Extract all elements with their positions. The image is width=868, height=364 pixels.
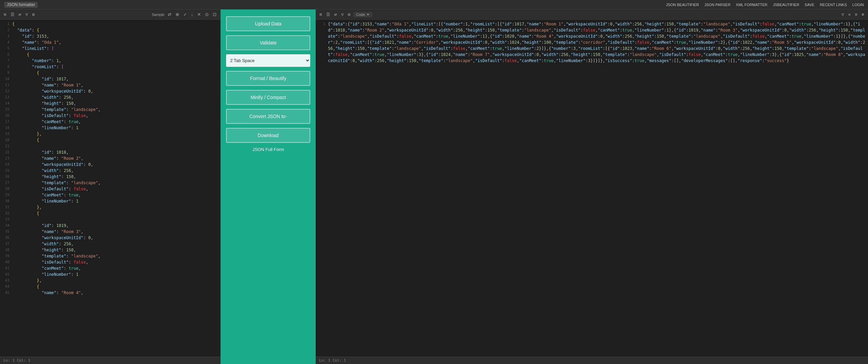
right-toolbar: ≡ ☰ ⇄ ▽ ⚙ Code ▽ ✕ ⊙ ⊕ <box>316 9 868 20</box>
middle-panel: Upload Data Validate 2 Tab Space 4 Tab S… <box>221 9 316 364</box>
list-icon[interactable]: ☰ <box>10 11 16 18</box>
code-line-19: 19 }, <box>0 131 220 137</box>
left-editor[interactable]: 1 { 2 "data": { 3 "id": 3153, 4 "name": … <box>0 20 220 357</box>
download-button[interactable]: Download <box>226 128 310 143</box>
code-line-44: 44 { <box>0 284 220 290</box>
code-line-33: 33 <box>0 216 220 223</box>
code-line-26: 26 "height": 150, <box>0 174 220 180</box>
code-line-36: 36 "workspaceUnitId": 0, <box>0 235 220 241</box>
code-line-11: 11 "name": "Room 1", <box>0 82 220 88</box>
right-toolbar-right: ▽ ✕ ⊙ ⊕ <box>841 11 865 18</box>
code-line-2: 2 "data": { <box>0 27 220 33</box>
left-toolbar: ≡ ☰ ⇄ ▽ ⚙ Sample ⇄ ⊕ ✓ ↓ ✕ ⊙ ⊡ <box>0 9 220 20</box>
code-line-4: 4 "name": "Oda 1", <box>0 39 220 45</box>
right-code-line-1: 1 {"data":{"id":3153,"name":"Oda 1","lin… <box>316 21 868 64</box>
code-line-27: 27 "template": "landscape", <box>0 180 220 186</box>
code-line-16: 16 "isDefault": false, <box>0 113 220 119</box>
code-line-37: 37 "width": 256, <box>0 241 220 247</box>
right-status-bar: Ln: 1 Col: 1 <box>316 357 868 364</box>
tab-space-select[interactable]: 2 Tab Space 4 Tab Space Minified <box>226 54 310 67</box>
code-line-29: 29 "canMeet": true, <box>0 192 220 198</box>
nav-save[interactable]: SAVE <box>805 3 814 7</box>
code-line-42: 42 "lineNumber": 1 <box>0 271 220 277</box>
nav-json-beautifier[interactable]: JSON BEAUTIFIER <box>666 3 699 7</box>
right-cursor-position: Ln: 1 Col: 1 <box>319 358 346 363</box>
json-full-form-link[interactable]: JSON Full Form <box>252 147 284 152</box>
code-line-21: 21 <box>0 143 220 149</box>
main-container: ≡ ☰ ⇄ ▽ ⚙ Sample ⇄ ⊕ ✓ ↓ ✕ ⊙ ⊡ 1 { 2 <box>0 9 868 364</box>
download-icon[interactable]: ↓ <box>190 11 195 18</box>
nav-login[interactable]: LOGIN <box>852 3 864 7</box>
left-panel: ≡ ☰ ⇄ ▽ ⚙ Sample ⇄ ⊕ ✓ ↓ ✕ ⊙ ⊡ 1 { 2 <box>0 9 221 364</box>
app-title: JSON formatter <box>4 2 38 8</box>
circle-icon[interactable]: ⊙ <box>204 11 210 18</box>
top-nav-left: JSON formatter <box>4 2 38 8</box>
code-line-41: 41 "canMeet": true, <box>0 265 220 271</box>
code-line-5: 5 "lineList": [ <box>0 45 220 52</box>
right-panel: ≡ ☰ ⇄ ▽ ⚙ Code ▽ ✕ ⊙ ⊕ 1 {"data":{"id":3… <box>316 9 868 364</box>
code-line-20: 20 { <box>0 137 220 143</box>
toolbar-label: Sample ⇄ ⊕ ✓ ↓ ✕ ⊙ ⊡ <box>152 11 218 18</box>
nav-xml-formatter[interactable]: XML FORMATTER <box>736 3 768 7</box>
code-line-12: 12 "workspaceUnitId": 0, <box>0 88 220 94</box>
settings-icon[interactable]: ⚙ <box>31 11 36 18</box>
code-line-30: 30 "lineNumber": 1 <box>0 198 220 204</box>
menu-icon[interactable]: ≡ <box>3 11 7 18</box>
code-line-17: 17 "canMeet": true, <box>0 119 220 125</box>
right-close-icon[interactable]: ✕ <box>847 11 852 18</box>
expand-icon[interactable]: ⊡ <box>212 11 218 18</box>
code-line-7: 7 "number": 1, <box>0 58 220 64</box>
right-list-icon[interactable]: ☰ <box>325 11 331 18</box>
swap-icon[interactable]: ⇄ <box>18 11 22 18</box>
code-line-28: 28 "isDefault": false, <box>0 186 220 192</box>
close-icon[interactable]: ✕ <box>196 11 202 18</box>
code-line-15: 15 "template": "landscape", <box>0 107 220 113</box>
code-line-1: 1 { <box>0 21 220 27</box>
code-line-13: 13 "width": 256, <box>0 94 220 100</box>
left-status-bar: Ln: 1 Col: 1 <box>0 357 220 364</box>
code-line-34: 34 "id": 1019, <box>0 223 220 229</box>
code-line-3: 3 "id": 3153, <box>0 33 220 39</box>
code-line-25: 25 "width": 256, <box>0 168 220 174</box>
top-nav: JSON formatter JSON BEAUTIFIER JSON PARS… <box>0 0 868 9</box>
right-menu-icon[interactable]: ≡ <box>318 11 323 18</box>
code-line-45: 45 "name": "Room 4", <box>0 290 220 296</box>
code-line-6: 6 { <box>0 52 220 58</box>
nav-recent-links[interactable]: RECENT LINKS <box>820 3 847 7</box>
left-cursor-position: Ln: 1 Col: 1 <box>3 358 30 363</box>
right-filter2-icon[interactable]: ▽ <box>841 11 845 18</box>
right-add-icon[interactable]: ⊕ <box>861 11 865 18</box>
right-settings-icon[interactable]: ⚙ <box>347 11 351 18</box>
code-line-23: 23 "name": "Room 2", <box>0 155 220 161</box>
validate-button[interactable]: Validate <box>226 35 310 50</box>
code-line-32: 32 { <box>0 210 220 216</box>
code-dropdown[interactable]: Code <box>353 12 372 17</box>
code-line-22: 22 "id": 1018, <box>0 149 220 155</box>
filter-icon[interactable]: ▽ <box>24 11 29 18</box>
upload-button[interactable]: Upload Data <box>226 16 310 31</box>
right-circle-icon[interactable]: ⊙ <box>854 11 858 18</box>
right-filter-icon[interactable]: ▽ <box>340 11 345 18</box>
code-line-35: 35 "name": "Room 3", <box>0 229 220 235</box>
code-line-9: 9 { <box>0 70 220 76</box>
minify-button[interactable]: Minify / Compact <box>226 90 310 105</box>
right-swap-icon[interactable]: ⇄ <box>333 11 338 18</box>
code-line-24: 24 "workspaceUnitId": 0, <box>0 161 220 168</box>
nav-json-parser[interactable]: JSON PARSER <box>704 3 731 7</box>
add-icon[interactable]: ⊕ <box>174 11 180 18</box>
code-line-14: 14 "height": 150, <box>0 100 220 107</box>
check-icon[interactable]: ✓ <box>182 11 188 18</box>
code-line-18: 18 "lineNumber": 1 <box>0 125 220 131</box>
code-line-31: 31 }, <box>0 204 220 210</box>
format-button[interactable]: Format / Beautify <box>226 71 310 86</box>
copy-icon[interactable]: ⇄ <box>167 11 172 18</box>
nav-jsbeautifier[interactable]: JSBEAUTIFIER <box>773 3 799 7</box>
code-line-10: 10 "id": 1017, <box>0 76 220 82</box>
code-line-40: 40 "isDefault": false, <box>0 259 220 265</box>
code-line-43: 43 }, <box>0 277 220 284</box>
sample-label[interactable]: Sample <box>152 13 164 17</box>
code-line-38: 38 "height": 150, <box>0 247 220 253</box>
right-editor[interactable]: 1 {"data":{"id":3153,"name":"Oda 1","lin… <box>316 20 868 357</box>
code-line-8: 8 "roomList": [ <box>0 64 220 70</box>
convert-button[interactable]: Convert JSON to- <box>226 109 310 124</box>
